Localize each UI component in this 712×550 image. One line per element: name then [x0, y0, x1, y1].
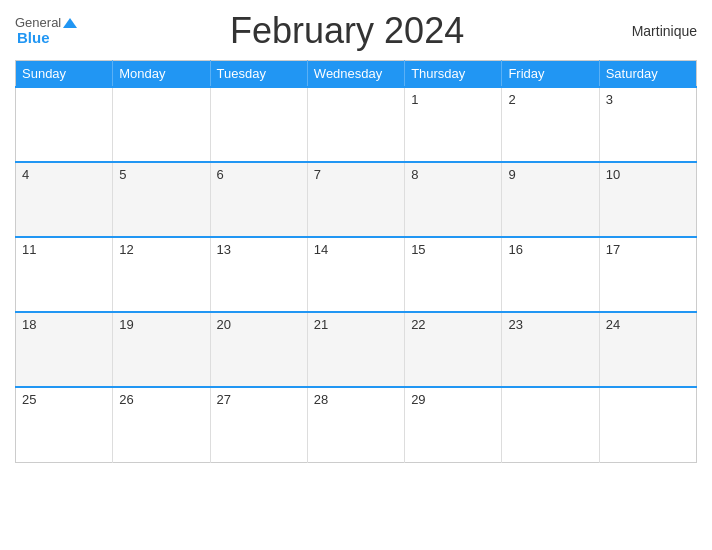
logo-general-text: General: [15, 16, 61, 30]
day-cell: 27: [210, 387, 307, 462]
day-cell: 3: [599, 87, 696, 162]
day-cell: [113, 87, 210, 162]
day-cell: 26: [113, 387, 210, 462]
day-cell: 5: [113, 162, 210, 237]
day-cell: 7: [307, 162, 404, 237]
day-cell: 1: [405, 87, 502, 162]
month-title: February 2024: [77, 10, 617, 52]
calendar-container: General Blue February 2024 Martinique Su…: [0, 0, 712, 550]
day-cell: 11: [16, 237, 113, 312]
day-cell: 21: [307, 312, 404, 387]
weekday-header-friday: Friday: [502, 61, 599, 88]
day-cell: 24: [599, 312, 696, 387]
weekday-header-row: SundayMondayTuesdayWednesdayThursdayFrid…: [16, 61, 697, 88]
day-cell: 28: [307, 387, 404, 462]
week-row-3: 11121314151617: [16, 237, 697, 312]
calendar-header: General Blue February 2024 Martinique: [15, 10, 697, 52]
day-cell: 15: [405, 237, 502, 312]
day-cell: 12: [113, 237, 210, 312]
day-cell: [502, 387, 599, 462]
day-cell: [599, 387, 696, 462]
day-cell: 22: [405, 312, 502, 387]
day-cell: 2: [502, 87, 599, 162]
day-cell: 19: [113, 312, 210, 387]
day-cell: 18: [16, 312, 113, 387]
week-row-4: 18192021222324: [16, 312, 697, 387]
calendar-table: SundayMondayTuesdayWednesdayThursdayFrid…: [15, 60, 697, 463]
day-cell: [307, 87, 404, 162]
day-cell: 8: [405, 162, 502, 237]
weekday-header-tuesday: Tuesday: [210, 61, 307, 88]
weekday-header-saturday: Saturday: [599, 61, 696, 88]
day-cell: 17: [599, 237, 696, 312]
day-cell: 16: [502, 237, 599, 312]
logo-bottom-row: Blue: [15, 30, 50, 47]
day-cell: 29: [405, 387, 502, 462]
week-row-1: 123: [16, 87, 697, 162]
day-cell: 25: [16, 387, 113, 462]
logo: General Blue: [15, 16, 77, 47]
logo-triangle-icon: [63, 18, 77, 28]
weekday-header-thursday: Thursday: [405, 61, 502, 88]
logo-top-row: General: [15, 16, 77, 30]
weekday-header-sunday: Sunday: [16, 61, 113, 88]
region-label: Martinique: [617, 23, 697, 39]
day-cell: 10: [599, 162, 696, 237]
week-row-2: 45678910: [16, 162, 697, 237]
day-cell: 23: [502, 312, 599, 387]
weekday-header-monday: Monday: [113, 61, 210, 88]
logo-blue-text: Blue: [17, 30, 50, 47]
weekday-header-wednesday: Wednesday: [307, 61, 404, 88]
day-cell: 6: [210, 162, 307, 237]
day-cell: [210, 87, 307, 162]
week-row-5: 2526272829: [16, 387, 697, 462]
day-cell: 13: [210, 237, 307, 312]
day-cell: 4: [16, 162, 113, 237]
day-cell: 14: [307, 237, 404, 312]
day-cell: 9: [502, 162, 599, 237]
day-cell: [16, 87, 113, 162]
day-cell: 20: [210, 312, 307, 387]
